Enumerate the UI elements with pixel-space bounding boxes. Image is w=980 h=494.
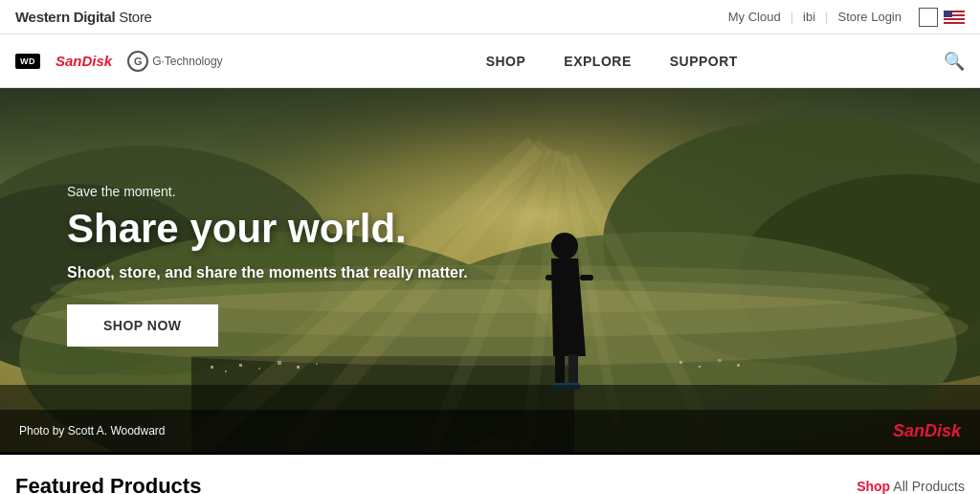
cart-icon[interactable]	[919, 8, 938, 27]
store-login-link[interactable]: Store Login	[829, 10, 912, 24]
hero-description: Shoot, store, and share the moments that…	[67, 264, 468, 281]
ibi-link[interactable]: ibi	[793, 10, 825, 24]
hero-sandisk-watermark: SanDisk	[893, 421, 961, 441]
hero-title: Share your world.	[67, 207, 468, 251]
brand-logos: WD SanDisk G G·Technology	[15, 51, 223, 72]
nav-shop-link[interactable]: SHOP	[486, 54, 526, 69]
sandisk-brand-logo[interactable]: SanDisk	[56, 53, 112, 69]
g-circle-icon: G	[127, 51, 148, 72]
top-bar: Western Digital Store My Cloud | ibi | S…	[0, 0, 980, 34]
all-products-text: All Products	[890, 479, 965, 494]
photo-credit: Photo by Scott A. Woodward	[19, 424, 166, 438]
search-icon: 🔍	[944, 52, 965, 71]
main-nav: WD SanDisk G G·Technology SHOP EXPLORE S…	[0, 34, 980, 88]
hero-subtitle: Save the moment.	[67, 184, 468, 199]
g-tech-brand-logo[interactable]: G G·Technology	[127, 51, 222, 72]
shop-word: Shop	[857, 479, 890, 494]
featured-title: Featured Products	[15, 474, 201, 494]
site-logo: Western Digital Store	[15, 9, 152, 25]
hero-bottom-bar: Photo by Scott A. Woodward SanDisk	[0, 410, 980, 452]
my-cloud-link[interactable]: My Cloud	[719, 10, 791, 24]
nav-right: 🔍	[944, 51, 965, 72]
hero-section: Save the moment. Share your world. Shoot…	[0, 88, 980, 452]
main-nav-links: SHOP EXPLORE SUPPORT	[280, 54, 944, 69]
featured-header: Featured Products Shop All Products	[15, 474, 965, 494]
nav-support-link[interactable]: SUPPORT	[670, 54, 738, 69]
shop-now-button[interactable]: Shop Now	[67, 304, 218, 347]
search-button[interactable]: 🔍	[944, 51, 965, 72]
shop-all-link[interactable]: Shop All Products	[857, 479, 965, 494]
hero-content: Save the moment. Share your world. Shoot…	[67, 184, 468, 347]
featured-section: Featured Products Shop All Products	[0, 452, 980, 494]
us-flag-icon	[944, 11, 965, 24]
nav-explore-link[interactable]: EXPLORE	[564, 54, 631, 69]
wd-brand-logo[interactable]: WD	[15, 54, 40, 69]
top-bar-links: My Cloud | ibi | Store Login	[719, 8, 965, 27]
